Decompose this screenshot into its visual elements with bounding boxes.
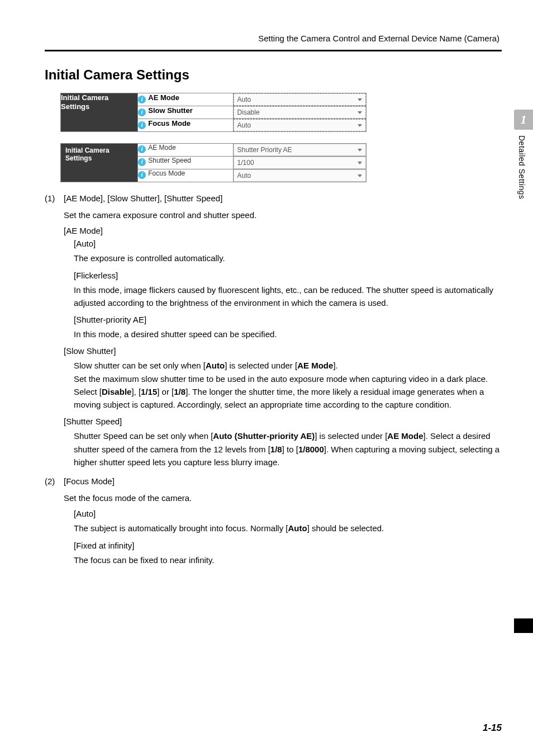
- shutter-speed-heading: [Shutter Speed]: [64, 417, 502, 426]
- focus-mode-select-2[interactable]: Auto: [234, 169, 366, 182]
- fixed-infinity-text: The focus can be fixed to near infinity.: [74, 554, 502, 566]
- shutter-speed-text: Shutter Speed can be set only when [Auto…: [74, 429, 502, 469]
- focus-mode-select[interactable]: Auto: [234, 119, 366, 131]
- focus-mode-value-2: Auto: [237, 172, 251, 179]
- table2-side-label: Initial Camera Settings: [61, 144, 138, 182]
- shutter-speed-select[interactable]: 1/100: [234, 157, 366, 169]
- shutter-speed-value: 1/100: [237, 159, 254, 167]
- table1-row0-name-text: AE Mode: [148, 93, 179, 102]
- side-tab: 1 Detailed Settings: [510, 110, 533, 199]
- chevron-down-icon: [358, 149, 362, 152]
- fixed-infinity-heading: [Fixed at infinity]: [74, 541, 502, 550]
- table1-row2-name-text: Focus Mode: [148, 119, 191, 127]
- t: Slow shutter can be set only when [: [74, 361, 206, 370]
- item1-title: [AE Mode], [Slow Shutter], [Shutter Spee…: [64, 193, 222, 203]
- chapter-tab: 1: [514, 110, 533, 130]
- chevron-down-icon: [358, 174, 362, 177]
- table1-row0-name: iAE Mode: [138, 93, 233, 106]
- t: AE Mode: [387, 431, 423, 441]
- t: ] to [: [282, 445, 298, 454]
- t: ], [: [131, 387, 141, 396]
- table2-row0-name: iAE Mode: [138, 144, 233, 157]
- t: Auto: [206, 361, 225, 370]
- t: ] is selected under [: [225, 361, 297, 370]
- ae-mode-value: Auto: [237, 96, 251, 103]
- ae-mode-select-2[interactable]: Shutter Priority AE: [234, 144, 366, 156]
- table1-side-label-line1: Initial Camera: [61, 93, 108, 102]
- t: ] should be selected.: [307, 523, 384, 533]
- chevron-down-icon: [358, 111, 362, 114]
- table1-side-label-line2: Settings: [61, 102, 89, 111]
- info-icon: i: [138, 96, 146, 103]
- table2-row2-name: iFocus Mode: [138, 169, 233, 182]
- ae-mode-heading: [AE Mode]: [64, 226, 502, 235]
- t: ] or [: [157, 387, 174, 396]
- auto-text: The exposure is controlled automatically…: [74, 252, 502, 264]
- t: Shutter Speed can be set only when [: [74, 431, 213, 441]
- t: 1/15: [141, 387, 157, 396]
- info-icon: i: [138, 108, 146, 116]
- table1-side-label: Initial Camera Settings: [61, 93, 138, 132]
- chapter-label: Detailed Settings: [517, 135, 526, 199]
- table2-row1-name: iShutter Speed: [138, 157, 233, 169]
- info-icon: i: [138, 171, 146, 179]
- t: AE Mode: [297, 361, 333, 370]
- ae-mode-select[interactable]: Auto: [234, 93, 366, 106]
- t: The subject is automatically brought int…: [74, 523, 288, 533]
- chevron-down-icon: [358, 98, 362, 101]
- item1-number: (1): [45, 193, 59, 203]
- flickerless-heading: [Flickerless]: [74, 271, 502, 280]
- t: ].: [333, 361, 337, 370]
- page-marker: [514, 618, 533, 633]
- top-rule: [45, 50, 502, 51]
- t: Auto (Shutter-priority AE): [213, 431, 315, 441]
- focus-mode-value: Auto: [237, 121, 251, 129]
- chevron-down-icon: [358, 124, 362, 127]
- table1-row1-name: iSlow Shutter: [138, 106, 233, 119]
- t: 1/8000: [298, 445, 324, 454]
- table1-row1-name-text: Slow Shutter: [148, 106, 192, 115]
- table1-row2-name: iFocus Mode: [138, 119, 233, 132]
- t: ] is selected under [: [315, 431, 387, 441]
- item1-intro: Set the camera exposure control and shut…: [64, 209, 502, 221]
- focus-auto-heading: [Auto]: [74, 509, 502, 518]
- focus-auto-text: The subject is automatically brought int…: [74, 522, 502, 535]
- page-number: 1-15: [483, 722, 502, 734]
- t: 1/8: [270, 445, 282, 454]
- table2-row1-name-text: Shutter Speed: [148, 157, 191, 164]
- settings-table-2: Initial Camera Settings iAE Mode Shutter…: [60, 143, 367, 182]
- spae-text: In this mode, a desired shutter speed ca…: [74, 328, 502, 341]
- slow-shutter-text: Slow shutter can be set only when [Auto]…: [74, 359, 502, 411]
- item2-intro: Set the focus mode of the camera.: [64, 492, 502, 504]
- spae-heading: [Shutter-priority AE]: [74, 315, 502, 324]
- info-icon: i: [138, 158, 146, 166]
- settings-table-1: Initial Camera Settings iAE Mode Auto iS…: [60, 93, 367, 132]
- item2-title: [Focus Mode]: [64, 476, 115, 486]
- info-icon: i: [138, 145, 146, 153]
- table2-row2-name-text: Focus Mode: [148, 169, 185, 177]
- slow-shutter-heading: [Slow Shutter]: [64, 346, 502, 356]
- chevron-down-icon: [358, 162, 362, 164]
- page-title: Initial Camera Settings: [45, 67, 502, 83]
- item2-number: (2): [45, 476, 59, 486]
- t: Auto: [288, 523, 307, 533]
- auto-heading: [Auto]: [74, 239, 502, 248]
- info-icon: i: [138, 121, 146, 129]
- ae-mode-value-2: Shutter Priority AE: [237, 146, 292, 154]
- slow-shutter-value: Disable: [237, 108, 260, 116]
- running-head: Setting the Camera Control and External …: [45, 34, 502, 43]
- t: 1/8: [174, 387, 185, 396]
- table2-row0-name-text: AE Mode: [148, 144, 175, 152]
- t: Disable: [102, 387, 131, 396]
- flickerless-text: In this mode, image flickers caused by f…: [74, 284, 502, 310]
- slow-shutter-select[interactable]: Disable: [234, 106, 366, 119]
